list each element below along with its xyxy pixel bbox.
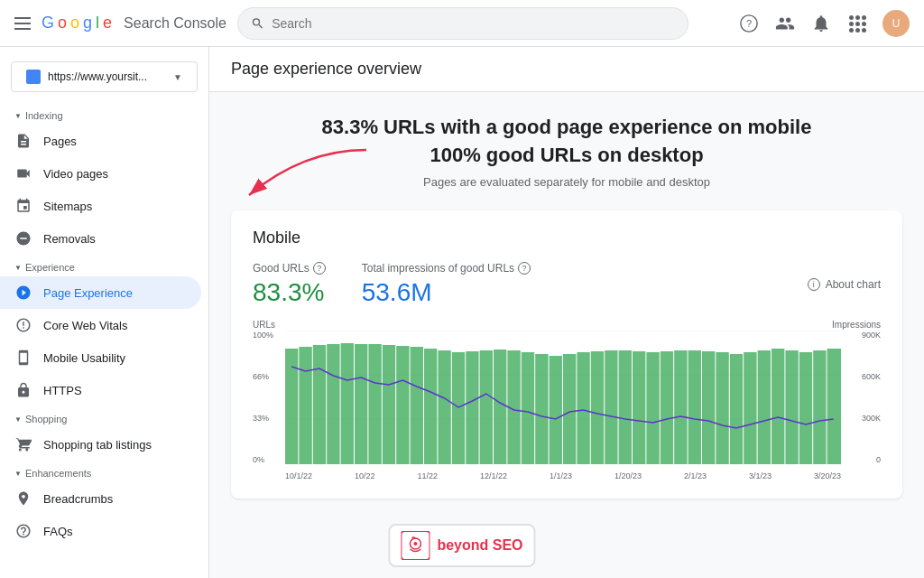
site-favicon (26, 70, 41, 84)
sidebar-item-label: Breadcrumbs (43, 492, 113, 506)
sidebar-item-removals[interactable]: Removals (0, 222, 201, 255)
svg-rect-40 (744, 352, 756, 464)
about-chart-button[interactable]: i About chart (808, 278, 881, 291)
svg-rect-32 (633, 351, 645, 464)
chart-y-right-300k: 300K (862, 414, 881, 423)
chart-y-right-0: 0 (862, 455, 881, 464)
chart-y-left-0: 0% (253, 455, 273, 464)
chart-area: URLs Impressions (253, 318, 881, 480)
headline-sub: Pages are evaluated separately for mobil… (231, 175, 902, 189)
watermark-icon (401, 531, 430, 560)
help-icon[interactable]: ? (738, 13, 760, 34)
sidebar-item-https[interactable]: HTTPS (0, 374, 201, 406)
search-icon (251, 16, 264, 31)
svg-rect-37 (702, 351, 715, 464)
svg-rect-18 (438, 350, 450, 464)
page-title: Page experience overview (209, 47, 924, 92)
section-collapse-icon: ▼ (14, 112, 22, 120)
card-title: Mobile (253, 228, 881, 247)
site-url: https://www.yoursit... (48, 70, 166, 83)
svg-text:?: ? (746, 17, 752, 28)
svg-rect-35 (674, 350, 687, 464)
svg-rect-14 (383, 345, 395, 464)
chart-x-label: 1/20/23 (614, 471, 642, 480)
chart-x-label: 3/20/23 (814, 471, 841, 480)
mobile-icon (14, 349, 32, 367)
chart-x-label: 11/22 (417, 471, 438, 480)
main-content-area: Page experience overview 83.3% URLs with… (209, 47, 924, 578)
chart-x-label: 10/22 (355, 471, 375, 480)
page-icon (14, 132, 32, 150)
svg-rect-24 (522, 352, 534, 464)
chart-x-label: 12/1/22 (480, 471, 507, 480)
svg-rect-46 (827, 349, 841, 464)
svg-rect-33 (646, 352, 659, 464)
people-icon[interactable] (774, 13, 796, 34)
svg-rect-9 (313, 345, 326, 464)
about-chart-icon: i (808, 278, 820, 291)
sidebar-item-page-experience[interactable]: Page Experience (0, 276, 201, 309)
section-collapse-icon: ▼ (14, 470, 22, 478)
metric-label-text: Total impressions of good URLs (362, 262, 514, 275)
svg-rect-20 (466, 351, 478, 464)
site-selector[interactable]: https://www.yoursit... ▼ (11, 61, 198, 92)
svg-rect-7 (285, 349, 298, 464)
sidebar-item-video-pages[interactable]: Video pages (0, 157, 201, 190)
watermark-text: beyond SEO (437, 537, 522, 554)
metric-value-impressions: 53.6M (362, 278, 531, 307)
metric-total-impressions: Total impressions of good URLs ? 53.6M (362, 262, 531, 307)
nav-section-indexing[interactable]: ▼ Indexing (0, 103, 208, 125)
sidebar-item-label: Core Web Vitals (43, 319, 127, 332)
topbar: Google Search Console ? U (0, 0, 924, 47)
section-label: Shopping (25, 414, 68, 424)
svg-rect-34 (661, 351, 673, 464)
chart-y-left-title: URLs (253, 320, 275, 330)
sidebar: https://www.yoursit... ▼ ▼ Indexing Page… (0, 47, 209, 578)
svg-rect-27 (563, 354, 576, 464)
video-icon (14, 164, 32, 182)
main-content: 83.3% URLs with a good page experience o… (209, 92, 924, 535)
sidebar-item-core-web-vitals[interactable]: Core Web Vitals (0, 309, 201, 341)
sidebar-item-label: Video pages (43, 167, 108, 181)
chart-y-right-900k: 900K (862, 331, 881, 340)
sidebar-item-shopping-tab[interactable]: Shopping tab listings (0, 428, 201, 461)
search-input[interactable] (272, 16, 675, 31)
sidebar-item-sitemaps[interactable]: Sitemaps (0, 190, 201, 222)
metric-info-icon[interactable]: ? (518, 262, 531, 275)
chart-y-left-100: 100% (253, 331, 273, 340)
nav-section-experience[interactable]: ▼ Experience (0, 255, 208, 276)
sidebar-item-label: Pages (43, 135, 77, 148)
menu-button[interactable] (14, 17, 31, 30)
remove-icon (14, 229, 32, 247)
nav-section-enhancements[interactable]: ▼ Enhancements (0, 461, 208, 482)
sidebar-item-pages[interactable]: Pages (0, 125, 201, 157)
svg-rect-30 (605, 350, 617, 464)
svg-rect-10 (327, 344, 339, 464)
sidebar-item-label: Page Experience (43, 286, 133, 300)
sidebar-item-faqs[interactable]: FAQs (0, 515, 201, 547)
apps-icon[interactable] (846, 13, 868, 34)
section-collapse-icon: ▼ (14, 415, 22, 424)
metric-info-icon[interactable]: ? (313, 262, 326, 275)
svg-rect-44 (799, 352, 812, 464)
shopping-icon (14, 435, 32, 453)
svg-rect-22 (494, 350, 506, 464)
sidebar-item-breadcrumbs[interactable]: Breadcrumbs (0, 482, 201, 515)
product-name: Search Console (124, 15, 226, 32)
svg-rect-13 (368, 344, 381, 464)
section-collapse-icon: ▼ (14, 264, 22, 272)
svg-rect-8 (299, 347, 311, 464)
chart-x-label: 3/1/23 (749, 471, 772, 480)
svg-rect-25 (535, 354, 548, 464)
chart-y-right-600k: 600K (862, 372, 881, 381)
section-label: Experience (25, 262, 75, 273)
sidebar-item-label: Mobile Usability (43, 351, 125, 365)
search-bar[interactable] (237, 7, 688, 40)
svg-rect-26 (550, 356, 562, 464)
bell-icon[interactable] (810, 13, 832, 34)
sidebar-item-mobile-usability[interactable]: Mobile Usability (0, 341, 201, 374)
nav-section-shopping[interactable]: ▼ Shopping (0, 406, 208, 428)
chart-y-left-33: 33% (253, 414, 273, 423)
avatar[interactable]: U (882, 10, 910, 37)
watermark: beyond SEO (388, 524, 535, 567)
